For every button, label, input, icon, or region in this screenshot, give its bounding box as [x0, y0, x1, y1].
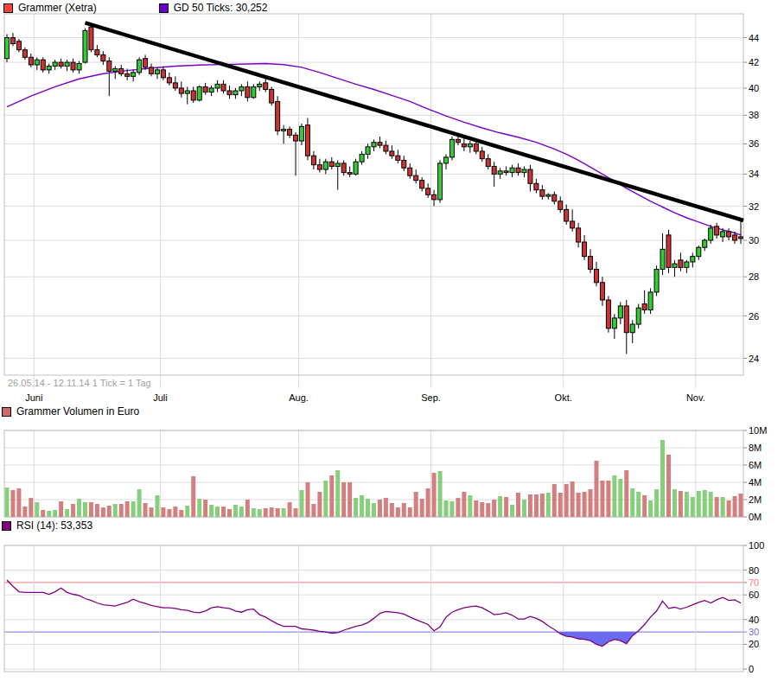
- price-axis-tick-label: 38: [749, 110, 759, 120]
- candle-body: [294, 135, 298, 141]
- volume-bar: [113, 504, 118, 517]
- volume-bar: [384, 498, 388, 517]
- candle-body: [22, 50, 27, 58]
- candle-body: [733, 235, 737, 240]
- volume-bar: [510, 505, 514, 517]
- volume-bar: [22, 507, 27, 517]
- volume-bar: [95, 504, 99, 517]
- candle-body: [185, 91, 189, 93]
- candle-body: [360, 154, 364, 162]
- volume-bar: [311, 504, 316, 517]
- candle-body: [173, 83, 177, 88]
- candle-body: [53, 62, 57, 66]
- volume-bar: [715, 497, 719, 517]
- volume-bar: [252, 508, 256, 517]
- price-axis-tick-label: 30: [749, 235, 759, 245]
- candle-body: [384, 145, 388, 151]
- candle-body: [203, 86, 207, 92]
- candle-body: [583, 242, 587, 257]
- volume-bar: [480, 502, 484, 517]
- volume-bar: [239, 507, 244, 517]
- volume-bar: [462, 492, 466, 517]
- candle-body: [516, 168, 520, 172]
- volume-bar: [534, 494, 539, 517]
- volume-bar: [444, 500, 449, 517]
- candle-body: [95, 50, 99, 55]
- candle-body: [672, 264, 677, 267]
- candle-body: [606, 300, 610, 328]
- volume-bar: [618, 479, 622, 517]
- candle-body: [299, 126, 303, 141]
- volume-bar: [630, 488, 634, 517]
- candle-body: [155, 70, 159, 73]
- volume-bar: [83, 502, 87, 517]
- price-axis-tick-label: 44: [749, 33, 759, 43]
- volume-bar: [35, 502, 39, 517]
- volume-bar: [648, 500, 653, 517]
- volume-bar: [414, 492, 418, 517]
- volume-bar: [468, 495, 472, 517]
- volume-bar: [155, 495, 159, 517]
- candle-body: [354, 162, 358, 174]
- candle-body: [347, 173, 352, 175]
- candle-body: [396, 156, 400, 160]
- volume-bar: [624, 470, 628, 517]
- candle-body: [282, 130, 286, 131]
- candle-body: [570, 221, 575, 228]
- volume-bar: [372, 503, 376, 517]
- candle-body: [390, 151, 394, 156]
- volume-bar: [227, 509, 232, 517]
- volume-bar: [589, 489, 593, 517]
- volume-bar: [390, 503, 394, 517]
- candle-body: [288, 130, 292, 136]
- volume-bar: [119, 504, 124, 517]
- candle-body: [305, 125, 309, 156]
- candle-body: [270, 89, 274, 103]
- volume-axis-tick-label: 2M: [749, 494, 762, 505]
- volume-bar: [360, 495, 364, 517]
- ma-series-swatch-icon: [159, 3, 169, 13]
- volume-legend: Grammer Volumen in Euro: [2, 405, 139, 417]
- candle-body: [691, 257, 695, 262]
- candle-body: [10, 38, 15, 44]
- volume-bar: [504, 497, 508, 517]
- volume-bar: [354, 498, 358, 517]
- candle-body: [323, 162, 328, 169]
- candle-body: [739, 237, 743, 239]
- candle-body: [71, 62, 75, 70]
- candle-body: [564, 209, 569, 221]
- downtrend-line: [85, 22, 743, 220]
- volume-bar: [679, 491, 683, 517]
- volume-bar: [125, 501, 130, 517]
- rsi-panel-border: [4, 545, 743, 672]
- candle-body: [546, 194, 551, 196]
- candle-body: [727, 232, 731, 237]
- main-price-panel: 444240383634323028262426.05.14 - 12.11.1…: [4, 14, 759, 403]
- candle-body: [252, 86, 256, 97]
- volume-bar: [721, 497, 725, 517]
- volume-axis-tick-label: 10M: [749, 425, 767, 436]
- candle-body: [528, 169, 532, 183]
- candle-body: [131, 73, 136, 76]
- month-label: Sep.: [421, 392, 441, 403]
- candle-body: [239, 86, 244, 91]
- candle-body: [721, 232, 725, 237]
- rsi-axis-tick-label: 20: [749, 639, 759, 649]
- candle-body: [715, 226, 719, 235]
- stock-chart-page: Grammer (Xetra) GD 50 Ticks: 30,252 Gram…: [0, 0, 784, 682]
- main-legend: Grammer (Xetra) GD 50 Ticks: 30,252: [3, 2, 267, 14]
- price-series-swatch-icon: [3, 3, 13, 13]
- candle-body: [378, 143, 382, 145]
- volume-bar: [420, 499, 424, 517]
- candle-body: [125, 73, 130, 76]
- candle-body: [101, 54, 105, 61]
- price-axis-tick-label: 28: [749, 271, 759, 282]
- candle-body: [510, 168, 514, 172]
- volume-bar: [498, 496, 502, 517]
- volume-bar: [697, 491, 701, 517]
- date-range-note: 26.05.14 - 12.11.14 1 Tick = 1 Tag: [8, 378, 151, 388]
- volume-bar: [570, 481, 575, 517]
- candle-body: [402, 160, 406, 168]
- volume-bar: [408, 507, 412, 517]
- candle-body: [630, 324, 634, 333]
